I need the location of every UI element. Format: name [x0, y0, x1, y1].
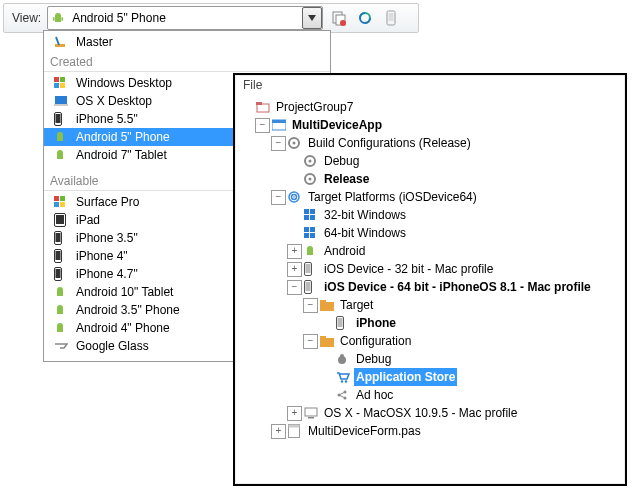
project-tree: ProjectGroup7 − MultiDeviceApp − Build C…: [235, 96, 625, 442]
tree-node-configuration[interactable]: − Configuration: [239, 332, 621, 350]
dropdown-item-label: iPhone 5.5": [72, 112, 138, 126]
tree-node-ios32[interactable]: + iOS Device - 32 bit - Mac profile: [239, 260, 621, 278]
tree-node-ios64[interactable]: − iOS Device - 64 bit - iPhoneOS 8.1 - M…: [239, 278, 621, 296]
android-icon: [54, 286, 72, 298]
tree-node-target-platforms[interactable]: − Target Platforms (iOSDevice64): [239, 188, 621, 206]
svg-rect-22: [57, 154, 63, 159]
svg-rect-34: [56, 269, 61, 278]
svg-rect-69: [320, 300, 326, 303]
tree-node-debug[interactable]: Debug: [239, 152, 621, 170]
phone-icon: [54, 267, 72, 281]
expand-icon[interactable]: +: [287, 244, 302, 259]
svg-rect-9: [389, 13, 394, 21]
svg-rect-11: [54, 77, 59, 82]
svg-rect-24: [60, 196, 65, 201]
tree-label: MultiDeviceForm.pas: [306, 422, 421, 440]
collapse-icon[interactable]: −: [303, 298, 318, 313]
svg-rect-32: [56, 251, 61, 260]
sync-icon[interactable]: [355, 8, 375, 28]
dropdown-item[interactable]: Master: [44, 33, 330, 51]
expand-icon[interactable]: +: [287, 262, 302, 277]
tree-node-form[interactable]: + MultiDeviceForm.pas: [239, 422, 621, 440]
svg-rect-54: [304, 209, 309, 214]
tree-label: Target Platforms (iOSDevice64): [306, 188, 477, 206]
tree-node-osx[interactable]: + OS X - MacOSX 10.9.5 - Mac profile: [239, 404, 621, 422]
collapse-icon[interactable]: −: [287, 280, 302, 295]
tree-label: ProjectGroup7: [274, 98, 353, 116]
tree-label: iPhone: [354, 314, 396, 332]
tree-node-release[interactable]: Release: [239, 170, 621, 188]
svg-rect-57: [310, 215, 315, 220]
tree-node-app[interactable]: − MultiDeviceApp: [239, 116, 621, 134]
dropdown-item-label: Google Glass: [72, 339, 149, 353]
tree-node-cfg-adhoc[interactable]: Ad hoc: [239, 386, 621, 404]
android-icon: [304, 245, 322, 257]
gear-icon: [288, 137, 306, 149]
svg-rect-42: [256, 102, 262, 105]
tree-label: OS X - MacOSX 10.9.5 - Mac profile: [322, 404, 517, 422]
view-label: View:: [12, 11, 41, 25]
view-combo-value: Android 5" Phone: [68, 11, 302, 25]
svg-rect-36: [57, 291, 63, 296]
tree-node-target[interactable]: − Target: [239, 296, 621, 314]
copy-icon[interactable]: [329, 8, 349, 28]
spacer: [287, 226, 302, 241]
phone-icon: [336, 316, 354, 330]
svg-rect-1: [55, 17, 61, 22]
svg-point-75: [340, 354, 344, 358]
tree-node-cfg-appstore[interactable]: Application Store: [239, 368, 621, 386]
view-toolbar: View: Android 5" Phone: [3, 3, 419, 33]
tree-node-win64[interactable]: 64-bit Windows: [239, 224, 621, 242]
svg-rect-10: [55, 44, 65, 47]
dropdown-item-label: Android 3.5" Phone: [72, 303, 180, 317]
svg-rect-44: [272, 120, 286, 123]
mac-icon: [304, 407, 322, 419]
svg-rect-28: [56, 215, 64, 224]
mac-icon: [54, 95, 72, 107]
dropdown-item-label: Android 10" Tablet: [72, 285, 173, 299]
tree-label: 64-bit Windows: [322, 224, 406, 242]
android-icon: [54, 304, 72, 316]
android-icon: [52, 12, 68, 24]
svg-rect-72: [320, 338, 334, 347]
device-icon[interactable]: [381, 8, 401, 28]
view-combo[interactable]: Android 5" Phone: [47, 6, 323, 30]
expand-icon[interactable]: +: [271, 424, 286, 439]
svg-rect-40: [57, 327, 63, 332]
dropdown-item-label: Master: [72, 35, 113, 49]
svg-rect-60: [304, 233, 309, 238]
collapse-icon[interactable]: −: [271, 190, 286, 205]
tree-node-build-configs[interactable]: − Build Configurations (Release): [239, 134, 621, 152]
phone-icon: [54, 249, 72, 263]
dropdown-item-label: Android 4" Phone: [72, 321, 170, 335]
svg-rect-3: [62, 17, 64, 21]
phone-icon: [54, 112, 72, 126]
tree-label: iOS Device - 32 bit - Mac profile: [322, 260, 493, 278]
collapse-icon[interactable]: −: [271, 136, 286, 151]
spacer: [319, 352, 334, 367]
view-combo-dropdown-button[interactable]: [302, 7, 322, 29]
windows-icon: [54, 77, 72, 89]
windows-icon: [304, 209, 322, 221]
svg-rect-71: [338, 318, 343, 327]
dropdown-item-label: OS X Desktop: [72, 94, 152, 108]
collapse-icon[interactable]: −: [255, 118, 270, 133]
tree-label: Android: [322, 242, 365, 260]
expand-icon[interactable]: +: [287, 406, 302, 421]
app-icon: [272, 119, 290, 131]
glass-icon: [54, 341, 72, 351]
collapse-icon[interactable]: −: [303, 334, 318, 349]
tree-node-win32[interactable]: 32-bit Windows: [239, 206, 621, 224]
tree-node-cfg-debug[interactable]: Debug: [239, 350, 621, 368]
gear-icon: [304, 155, 322, 167]
spacer: [319, 370, 334, 385]
tree-node-projectgroup[interactable]: ProjectGroup7: [239, 98, 621, 116]
svg-rect-65: [306, 264, 311, 273]
tree-node-iphone[interactable]: iPhone: [239, 314, 621, 332]
svg-rect-63: [307, 250, 313, 255]
spacer: [287, 208, 302, 223]
svg-rect-67: [306, 282, 311, 291]
project-group-icon: [256, 101, 274, 113]
tree-node-android[interactable]: + Android: [239, 242, 621, 260]
project-panel: File ProjectGroup7 − MultiDeviceApp − Bu…: [233, 73, 627, 486]
